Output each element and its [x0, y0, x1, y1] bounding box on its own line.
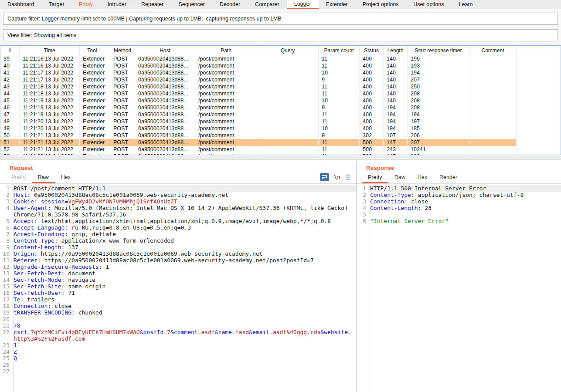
table-row[interactable]: 4811:21:20 13 Jul 2022ExtenderPOST0a9500…	[0, 118, 517, 125]
cell-method: POST	[110, 132, 135, 139]
line-number: 26	[0, 362, 11, 368]
table-row[interactable]: 4211:21:17 13 Jul 2022ExtenderPOST0a9500…	[0, 76, 517, 83]
code-line: 1HTTP/1.1 500 Internal Server Error	[357, 185, 561, 192]
capture-filter-bar[interactable]: Capture filter: Logger memory limit set …	[3, 13, 558, 25]
cell-length: 140	[384, 55, 408, 62]
cell-time: 11:21:19 13 Jul 2022	[20, 104, 80, 111]
column-header-time[interactable]: Time	[20, 46, 80, 55]
cell-query	[257, 104, 319, 111]
newline-toggle[interactable]: \n	[334, 174, 340, 180]
cell-length: 140	[384, 62, 408, 69]
view-filter-text: View filter: Showing all items	[7, 32, 76, 38]
cell-host: 0a9500020413d88...	[135, 55, 195, 62]
response-tab-raw[interactable]: Raw	[388, 172, 411, 183]
cell-timer: 195	[408, 55, 469, 62]
cell-comment	[469, 69, 517, 76]
cell-tool: Extender	[80, 146, 110, 153]
line-number: 4	[0, 205, 11, 218]
table-row[interactable]: 5111:21:21 13 Jul 2022ExtenderPOST0a9500…	[0, 139, 517, 146]
cell-query	[257, 76, 319, 83]
cell-method: POST	[110, 104, 135, 111]
line-number: 4	[357, 205, 368, 211]
menu-tab-dashboard[interactable]: Dashboard	[0, 0, 41, 9]
cell-time: 11:21:21 13 Jul 2022	[20, 139, 80, 146]
menu-tab-comparer[interactable]: Comparer	[248, 0, 287, 9]
table-row[interactable]: 4511:21:19 13 Jul 2022ExtenderPOST0a9500…	[0, 97, 517, 104]
table-row[interactable]: 3911:21:16 13 Jul 2022ExtenderPOST0a9500…	[0, 55, 517, 62]
cell-num: 41	[0, 69, 20, 76]
logger-table-header: #TimeTool⌃MethodHostPathQueryParam count…	[0, 46, 561, 55]
soft-wrap-button[interactable]	[320, 173, 329, 181]
cell-timer: 193	[408, 62, 469, 69]
column-header-method[interactable]: Method	[110, 46, 135, 55]
code-line: 5	[357, 211, 561, 218]
line-number: 7	[0, 231, 11, 237]
line-number: 1	[0, 185, 11, 192]
request-tab-raw[interactable]: Raw	[32, 172, 55, 183]
cell-tool: Extender	[80, 76, 110, 83]
table-row[interactable]: 4311:21:18 13 Jul 2022ExtenderPOST0a9500…	[0, 83, 517, 90]
column-header-status[interactable]: Status	[360, 46, 384, 55]
cell-length: 243	[384, 146, 408, 153]
menu-tab-proxy[interactable]: Proxy	[71, 0, 100, 9]
line-content: Sec-Fetch-Dest: document	[12, 270, 356, 277]
request-editor-tools: \n ☰	[320, 173, 351, 183]
column-header-start-response-timer[interactable]: Start response timer	[408, 46, 469, 55]
request-editor[interactable]: 1POST /post/comment HTTP/1.12Host: 0a950…	[0, 184, 356, 392]
table-row[interactable]: 4111:21:17 13 Jul 2022ExtenderPOST0a9500…	[0, 69, 517, 76]
column-header-label: Path	[221, 47, 231, 54]
cell-path: /post/comment	[195, 153, 257, 155]
table-row[interactable]: 4011:21:16 13 Jul 2022ExtenderPOST0a9500…	[0, 62, 517, 69]
response-tab-hex[interactable]: Hex	[411, 172, 433, 183]
table-row[interactable]: 5211:21:21 13 Jul 2022ExtenderPOST0a9500…	[0, 146, 517, 153]
editor-menu-icon[interactable]: ☰	[345, 174, 351, 180]
line-content	[12, 368, 356, 375]
column-header-length[interactable]: Length	[384, 46, 408, 55]
message-panes: Request PrettyRawHex \n ☰ 1POST /post/co…	[0, 159, 561, 392]
cell-host: 0a9500020413d88...	[135, 62, 195, 69]
table-row[interactable]: 5311:21:22 13 Jul 2022ExtenderPOST0a9500…	[0, 153, 517, 155]
menu-tab-decoder[interactable]: Decoder	[212, 0, 248, 9]
cell-length: 194	[384, 111, 408, 118]
table-row[interactable]: 4411:21:18 13 Jul 2022ExtenderPOST0a9500…	[0, 90, 517, 97]
menu-tab-logger[interactable]: Logger	[287, 0, 319, 9]
menu-tab-sequencer[interactable]: Sequencer	[171, 0, 212, 9]
cell-time: 11:21:18 13 Jul 2022	[20, 83, 80, 90]
response-tab-render[interactable]: Render	[433, 172, 463, 183]
splitter[interactable]	[0, 155, 561, 159]
view-filter-bar[interactable]: View filter: Showing all items	[3, 29, 558, 41]
column-header-param-count[interactable]: Param count	[319, 46, 360, 55]
cell-comment	[469, 62, 517, 69]
column-header-host[interactable]: Host	[135, 46, 195, 55]
menu-tab-project-options[interactable]: Project options	[355, 0, 406, 9]
code-line: 24Z	[0, 348, 356, 355]
menu-tab-user-options[interactable]: User options	[406, 0, 451, 9]
column-header-query[interactable]: Query	[257, 46, 319, 55]
column-header-comment[interactable]: Comment	[469, 46, 517, 55]
response-editor[interactable]: 1HTTP/1.1 500 Internal Server Error2Cont…	[357, 184, 561, 392]
menu-tab-extender[interactable]: Extender	[319, 0, 355, 9]
menu-tab-target[interactable]: Target	[41, 0, 71, 9]
cell-params: 11	[319, 83, 360, 90]
cell-params: 10	[319, 69, 360, 76]
cell-status: 400	[360, 76, 384, 83]
cell-host: 0a9500020413d88...	[135, 153, 195, 155]
menu-tab-intruder[interactable]: Intruder	[100, 0, 134, 9]
table-row[interactable]: 4711:21:19 13 Jul 2022ExtenderPOST0a9500…	[0, 111, 517, 118]
menu-tab-learn[interactable]: Learn	[452, 0, 480, 9]
table-row[interactable]: 5011:21:21 13 Jul 2022ExtenderPOST0a9500…	[0, 132, 517, 139]
table-row[interactable]: 4911:21:20 13 Jul 2022ExtenderPOST0a9500…	[0, 125, 517, 132]
cell-path: /post/comment	[195, 83, 257, 90]
cell-length: 140	[384, 90, 408, 97]
cell-tool: Extender	[80, 139, 110, 146]
menu-tab-repeater[interactable]: Repeater	[134, 0, 171, 9]
cell-tool: Extender	[80, 69, 110, 76]
cell-comment	[469, 118, 517, 125]
request-tab-hex[interactable]: Hex	[55, 172, 77, 183]
line-number: 18	[0, 303, 11, 309]
response-tab-pretty[interactable]: Pretty	[362, 172, 388, 183]
column-header-tool[interactable]: Tool⌃	[80, 46, 110, 55]
table-row[interactable]: 4611:21:19 13 Jul 2022ExtenderPOST0a9500…	[0, 104, 517, 111]
column-header-path[interactable]: Path	[195, 46, 257, 55]
column-header--[interactable]: #	[0, 46, 20, 55]
